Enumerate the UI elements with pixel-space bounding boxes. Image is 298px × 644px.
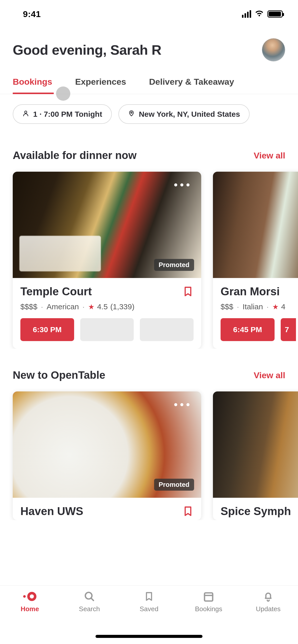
restaurant-meta: $$$$ · American · ★ 4.5 (1,339) <box>20 298 194 311</box>
rating-label: 4.5 <box>97 302 108 311</box>
party-time-label: 1 · 7:00 PM Tonight <box>33 110 102 119</box>
time-slot-button[interactable]: 7 <box>281 318 296 341</box>
restaurant-name: Temple Court <box>20 285 92 298</box>
tab-experiences[interactable]: Experiences <box>75 77 126 94</box>
svg-point-0 <box>25 111 27 113</box>
calendar-icon <box>201 590 216 603</box>
search-icon <box>82 590 97 603</box>
time-slot-button[interactable]: 6:30 PM <box>20 318 74 341</box>
restaurant-image: Promoted <box>13 172 201 278</box>
restaurant-name: Haven UWS <box>20 505 83 518</box>
star-icon: ★ <box>88 303 94 311</box>
party-time-chip[interactable]: 1 · 7:00 PM Tonight <box>13 104 112 124</box>
tabbar-bookings[interactable]: Bookings <box>183 590 234 613</box>
restaurant-image <box>213 391 298 498</box>
restaurant-card[interactable]: Spice Symph <box>213 391 298 520</box>
status-bar: 9:41 <box>0 0 298 28</box>
filter-row: 1 · 7:00 PM Tonight New York, NY, United… <box>0 94 298 124</box>
tabbar-label: Search <box>79 605 100 613</box>
tabbar-search[interactable]: Search <box>64 590 115 613</box>
tabbar-label: Updates <box>256 605 281 613</box>
wifi-icon <box>255 10 264 18</box>
location-label: New York, NY, United States <box>139 110 240 119</box>
greeting-text: Good evening, Sarah R <box>13 42 161 58</box>
home-indicator <box>96 635 202 638</box>
bookmark-icon <box>141 590 157 603</box>
time-slots: 6:45 PM 7 <box>221 311 297 341</box>
restaurant-name: Spice Symph <box>221 505 291 518</box>
cuisine-label: Italian <box>242 302 263 311</box>
restaurant-card[interactable]: Promoted Haven UWS <box>13 391 201 520</box>
reviews-label: (1,339) <box>110 302 134 311</box>
tabbar-label: Saved <box>140 605 158 613</box>
section-title: New to OpenTable <box>13 369 105 381</box>
time-slots: 6:30 PM <box>20 311 194 341</box>
tabbar-saved[interactable]: Saved <box>124 590 174 613</box>
avatar[interactable] <box>262 38 285 62</box>
section-new-to-opentable: New to OpenTable View all Promoted Haven… <box>0 349 298 520</box>
restaurant-card[interactable]: Gran Morsi $$$ · Italian · ★ 4 6:45 PM 7 <box>213 172 298 349</box>
view-all-link[interactable]: View all <box>254 151 285 160</box>
restaurant-carousel[interactable]: Promoted Temple Court $$$$ · American · … <box>0 162 298 349</box>
time-slot-button[interactable]: 6:45 PM <box>221 318 275 341</box>
star-icon: ★ <box>272 303 279 311</box>
top-tabs: Bookings Experiences Delivery & Takeaway <box>0 62 298 94</box>
home-icon <box>22 590 37 603</box>
price-label: $$$$ <box>20 302 37 311</box>
more-icon[interactable] <box>174 183 189 186</box>
promoted-badge: Promoted <box>154 259 194 271</box>
cell-signal-icon <box>242 10 251 18</box>
restaurant-card[interactable]: Promoted Temple Court $$$$ · American · … <box>13 172 201 349</box>
tabbar-label: Home <box>21 605 39 613</box>
view-all-link[interactable]: View all <box>254 370 285 380</box>
restaurant-name: Gran Morsi <box>221 285 280 298</box>
restaurant-image: Promoted <box>13 391 201 498</box>
section-available-now: Available for dinner now View all Promot… <box>0 124 298 349</box>
pin-icon <box>128 109 135 119</box>
tabbar-home[interactable]: Home <box>4 590 55 613</box>
more-icon[interactable] <box>174 403 189 406</box>
restaurant-meta: $$$ · Italian · ★ 4 <box>221 298 297 311</box>
location-chip[interactable]: New York, NY, United States <box>118 104 250 124</box>
promoted-badge: Promoted <box>154 479 194 491</box>
person-icon <box>22 110 29 119</box>
status-icons <box>242 10 283 18</box>
touch-indicator <box>56 86 70 101</box>
tabbar-label: Bookings <box>195 605 222 613</box>
restaurant-carousel[interactable]: Promoted Haven UWS Spice Symph <box>0 381 298 520</box>
section-title: Available for dinner now <box>13 149 137 162</box>
svg-point-1 <box>131 112 132 113</box>
tabbar-updates[interactable]: Updates <box>243 590 294 613</box>
bookmark-icon[interactable] <box>182 505 194 517</box>
battery-icon <box>267 10 283 18</box>
time-slot-disabled <box>140 318 194 341</box>
price-label: $$$ <box>221 302 233 311</box>
status-time: 9:41 <box>23 9 41 19</box>
rating-label: 4 <box>281 302 286 311</box>
tab-delivery-takeaway[interactable]: Delivery & Takeaway <box>149 77 234 94</box>
header: Good evening, Sarah R <box>0 28 298 62</box>
bookmark-icon[interactable] <box>182 285 194 298</box>
restaurant-image <box>213 172 298 278</box>
cuisine-label: American <box>47 302 79 311</box>
time-slot-disabled <box>80 318 134 341</box>
tab-bookings[interactable]: Bookings <box>13 77 52 94</box>
svg-rect-3 <box>205 593 213 601</box>
bell-icon <box>261 590 276 603</box>
